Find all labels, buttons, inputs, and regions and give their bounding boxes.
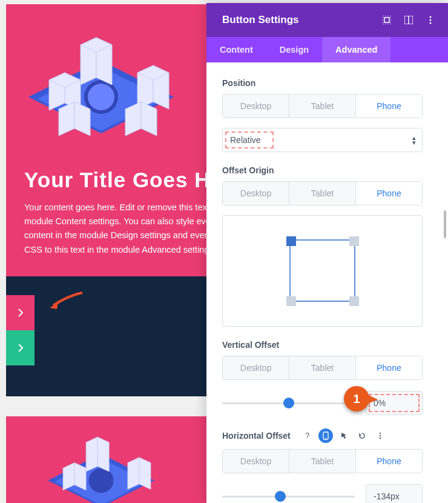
origin-handle-bottom-right[interactable] — [349, 296, 359, 306]
device-desktop[interactable]: Desktop — [223, 182, 289, 205]
help-icon[interactable]: ? — [300, 428, 315, 443]
chevron-right-icon — [18, 344, 23, 352]
isometric-city-illustration — [22, 427, 180, 503]
button-module-pink[interactable] — [6, 295, 35, 330]
select-caret-icon — [412, 135, 416, 146]
slider-thumb[interactable] — [275, 491, 286, 502]
origin-handle-top-left[interactable] — [286, 236, 296, 246]
svg-point-31 — [430, 16, 432, 18]
split-view-icon[interactable] — [404, 16, 413, 24]
position-label: Position — [222, 78, 432, 88]
panel-body: Position Desktop Tablet Phone Relative O… — [206, 62, 448, 503]
kebab-menu-icon[interactable] — [426, 16, 435, 24]
panel-header: Button Settings — [206, 3, 448, 37]
scrollbar[interactable] — [444, 210, 446, 238]
offset-origin-label: Offset Origin — [222, 165, 432, 175]
device-desktop[interactable]: Desktop — [223, 450, 289, 473]
tab-content[interactable]: Content — [206, 37, 266, 62]
settings-panel: Button Settings Content Design Advanced … — [206, 3, 448, 503]
tab-design[interactable]: Design — [266, 37, 322, 62]
origin-handle-bottom-left[interactable] — [286, 296, 296, 306]
horizontal-offset-slider[interactable] — [222, 496, 355, 498]
vertical-offset-device-toggle: Desktop Tablet Phone — [222, 356, 423, 380]
annotation-callout-number: 1 — [353, 392, 360, 406]
svg-marker-25 — [86, 437, 97, 471]
position-select-value: Relative — [223, 135, 261, 145]
device-desktop[interactable]: Desktop — [223, 356, 289, 379]
device-tablet[interactable]: Tablet — [289, 450, 356, 473]
device-phone[interactable]: Phone — [356, 356, 422, 379]
svg-marker-26 — [97, 437, 109, 471]
svg-point-35 — [325, 438, 326, 439]
expand-icon[interactable] — [383, 16, 391, 24]
position-select[interactable]: Relative — [222, 128, 423, 152]
phone-icon[interactable] — [318, 428, 333, 443]
offset-origin-picker — [222, 215, 423, 327]
horizontal-offset-value: -134px — [374, 491, 400, 501]
annotation-arrow — [50, 291, 84, 309]
horizontal-offset-label: Horizontal Offset — [222, 431, 291, 441]
svg-point-33 — [430, 22, 432, 24]
reset-icon[interactable] — [355, 428, 369, 443]
svg-point-32 — [430, 19, 432, 21]
device-phone[interactable]: Phone — [356, 450, 422, 473]
origin-handle-top-right[interactable] — [349, 236, 359, 246]
annotation-callout-1: 1 — [327, 384, 369, 413]
device-phone[interactable]: Phone — [356, 182, 422, 205]
device-phone[interactable]: Phone — [356, 95, 422, 118]
panel-tabs: Content Design Advanced — [206, 37, 448, 62]
button-module-teal[interactable] — [6, 330, 35, 365]
svg-marker-16 — [141, 102, 157, 136]
kebab-menu-icon[interactable] — [373, 428, 387, 443]
device-tablet[interactable]: Tablet — [289, 356, 356, 379]
vertical-offset-label: Vertical Offset — [222, 340, 432, 350]
device-desktop[interactable]: Desktop — [223, 95, 289, 118]
device-tablet[interactable]: Tablet — [289, 182, 356, 205]
offset-origin-device-toggle: Desktop Tablet Phone — [222, 181, 423, 205]
horizontal-offset-input[interactable]: -134px — [366, 484, 423, 503]
svg-marker-24 — [139, 458, 151, 490]
panel-title: Button Settings — [222, 14, 299, 26]
svg-point-37 — [380, 435, 381, 436]
position-device-toggle: Desktop Tablet Phone — [222, 94, 423, 118]
svg-marker-23 — [128, 458, 139, 490]
svg-rect-27 — [384, 18, 389, 22]
isometric-city-illustration — [22, 24, 180, 148]
svg-rect-28 — [383, 16, 391, 24]
slider-thumb[interactable] — [283, 398, 294, 408]
hover-cursor-icon[interactable] — [337, 428, 351, 443]
svg-point-38 — [380, 438, 381, 439]
svg-point-36 — [380, 433, 381, 434]
svg-point-3 — [88, 84, 114, 110]
device-tablet[interactable]: Tablet — [289, 95, 356, 118]
chevron-right-icon — [18, 308, 23, 317]
origin-frame — [289, 239, 355, 302]
svg-point-20 — [89, 468, 114, 493]
horizontal-offset-device-toggle: Desktop Tablet Phone — [222, 449, 423, 473]
tab-advanced[interactable]: Advanced — [322, 37, 390, 62]
svg-marker-17 — [50, 302, 58, 309]
